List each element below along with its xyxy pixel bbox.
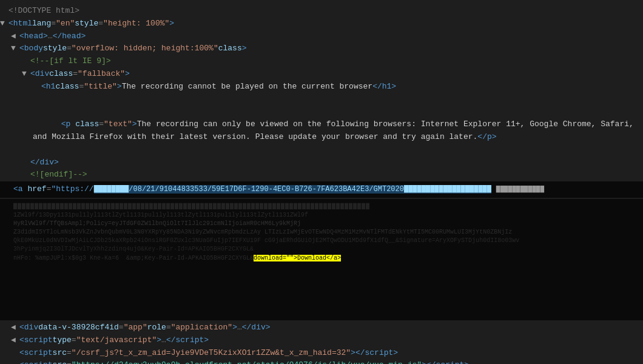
toggle-head[interactable]: ◀ <box>11 30 19 43</box>
toggle-h1 <box>33 81 41 93</box>
attr-id: id <box>109 322 119 334</box>
attr-lang: lang <box>32 18 51 30</box>
toggle-script-type[interactable]: ◀ <box>11 334 19 347</box>
line-app-div: ◀ <div data-v-38928cf4 id="app" role="ap… <box>0 322 643 334</box>
app-gt: > <box>232 322 237 334</box>
attr-style: style <box>75 18 98 30</box>
a-tag: <a <box>13 184 23 194</box>
script-type-ellipsis: … <box>161 334 166 347</box>
ie-comment-text: <!--[if lt IE 9]> <box>30 55 111 68</box>
toggle-body[interactable]: ▼ <box>11 42 19 55</box>
dark-line-2: 1ZWl9f/13Dpy1131pul1lyl113tlZytl1131pul1… <box>13 211 630 220</box>
attr-type-val: "text/javascript" <box>76 334 157 347</box>
app-ellipsis: … <box>237 322 242 334</box>
script-vue-close: ></script> <box>422 359 469 364</box>
attr-p-class: class <box>70 120 99 129</box>
href-encoded-part: ████████/08/21/91044833533/59E17D6F-1290… <box>94 185 491 194</box>
toggle-csrf <box>11 347 19 360</box>
code-view: <!DOCTYPE html> ▼ <html lang="en" style=… <box>0 0 643 364</box>
attr-src-csrf-val[interactable]: "/csrf_js?t_x_zm_aid=Jyie9VDeT5KzixXO1r1… <box>72 347 351 360</box>
dark-line-download: nHFo: %ampJUPl:x$0g3 Kne-Ka=6 &amp;Key-P… <box>13 254 630 263</box>
line-script-csrf: <script src="/csrf_js?t_x_zm_aid=Jyie9VD… <box>0 347 643 360</box>
attr-p-val: "text" <box>104 120 132 129</box>
toggle-div-close <box>22 157 30 169</box>
dark-prefix: nHFo: %ampJUPl:x$0g3 Kne-Ka=6 &amp;Key-P… <box>13 255 254 261</box>
href-scrambled: ████████████ <box>496 186 544 193</box>
attr-h1-val: "title" <box>84 81 117 93</box>
script-vue-tag: <script <box>19 359 53 364</box>
line-h1: <h1 class="title" >The recording cannot … <box>0 81 643 93</box>
endif-text: <![endif]--> <box>30 169 87 181</box>
attr-role: role <box>147 322 166 334</box>
head-close: </head> <box>53 30 86 43</box>
body-tag: <body <box>19 42 43 55</box>
attr-href: href <box>27 184 46 194</box>
script-type-close: </script> <box>166 334 209 347</box>
attr-src-vue: src <box>53 359 67 364</box>
attr-role-val: "application" <box>171 322 232 334</box>
attr-id-val: "app" <box>124 322 147 334</box>
line-href: <a href="https://████████/08/21/91044833… <box>0 181 643 198</box>
line-endif: <![endif]--> <box>0 169 643 181</box>
line-script-vue: <script src="https://d24cgw3uvb9a9h.clou… <box>0 359 643 364</box>
dark-encoded-block: ████████████████████████████████████████… <box>0 199 643 320</box>
dark-line-4: Z3d1dmI5YTloLmNsb3VkZnJvbnQubmV0L3N0YXRp… <box>13 228 630 237</box>
toggle-vue <box>11 359 19 364</box>
dark-line-5: QkE0MkUzL0dNVDIwMjAiLCJDb25kaXRpb24iOnsi… <box>13 237 630 245</box>
div-close-tag: </div> <box>30 157 59 169</box>
dark-line-6: 3hPyinmjq2I3OlTJDcvlTyXhh2zdinq4ujO&Key-… <box>13 245 630 254</box>
attr-body-style: style <box>43 42 67 55</box>
attr-h1-class: class <box>55 81 79 93</box>
toggle-endif <box>22 169 30 181</box>
dark-line-3: HyRlVWl9f/TfQBsAmpl;Policy=eyJTdGF0ZW1lb… <box>13 220 630 228</box>
script-type-tag: <script <box>19 334 53 347</box>
line-doctype: <!DOCTYPE html> <box>0 5 643 18</box>
app-close: </div> <box>242 322 271 334</box>
line-html: ▼ <html lang="en" style="height: 100%" > <box>0 18 643 30</box>
attr-body-class: class <box>218 42 242 55</box>
head-ellipsis: … <box>48 30 53 43</box>
script-csrf-close: ></script> <box>351 347 398 360</box>
attr-href-val-open: "https:// <box>51 184 93 194</box>
line-fallback: ▼ <div class="fallback" > <box>0 68 643 81</box>
html-tag: <html <box>8 18 32 30</box>
attr-class-val: "fallback" <box>78 68 125 81</box>
toggle-ie <box>22 55 30 68</box>
h1-close: </h1> <box>372 81 396 93</box>
doctype-text: <!DOCTYPE html> <box>8 5 79 18</box>
attr-type: type <box>53 334 72 347</box>
p-gt: > <box>132 120 137 129</box>
h1-gt: > <box>117 81 122 93</box>
dark-line-1: ████████████████████████████████████████… <box>13 203 630 211</box>
download-link[interactable]: download="">Download</a> <box>254 255 341 261</box>
p-close: </p> <box>477 132 496 141</box>
line-p: <p class="text">The recording can only b… <box>0 93 643 157</box>
h1-tag: <h1 <box>41 81 55 93</box>
attr-class: class <box>49 68 73 81</box>
toggle-placeholder <box>0 5 8 18</box>
attr-dv: data-v-38928cf4 <box>38 322 109 334</box>
toggle-fallback[interactable]: ▼ <box>22 68 30 81</box>
html-close: > <box>169 18 174 30</box>
h1-content: The recording cannot be played on the cu… <box>122 81 372 93</box>
line-div-close: </div> <box>0 157 643 169</box>
head-tag: <head> <box>19 30 48 43</box>
body-gt: > <box>242 42 247 55</box>
line-body: ▼ <body style="overflow: hidden; height:… <box>0 42 643 55</box>
line-script-type: ◀ <script type="text/javascript" >…</scr… <box>0 334 643 347</box>
dark-line-empty-1 <box>13 263 630 300</box>
app-tag: <div <box>19 322 38 334</box>
fallback-gt: > <box>125 68 130 81</box>
toggle-p <box>33 93 41 106</box>
p-tag: <p <box>61 120 71 129</box>
toggle-html[interactable]: ▼ <box>0 18 8 30</box>
toggle-app[interactable]: ◀ <box>11 322 19 334</box>
fallback-tag: <div <box>30 68 49 81</box>
line-head: ◀ <head>…</head> <box>0 30 643 43</box>
attr-style-val: "height: 100%" <box>103 18 169 30</box>
line-ie-comment: <!--[if lt IE 9]> <box>0 55 643 68</box>
script-csrf-tag: <script <box>19 347 53 360</box>
attr-src-vue-val[interactable]: "https://d24cgw3uvb9a9h.cloudfront.net/s… <box>72 359 422 364</box>
script-type-gt: > <box>157 334 161 347</box>
attr-lang-val: "en" <box>56 18 75 30</box>
